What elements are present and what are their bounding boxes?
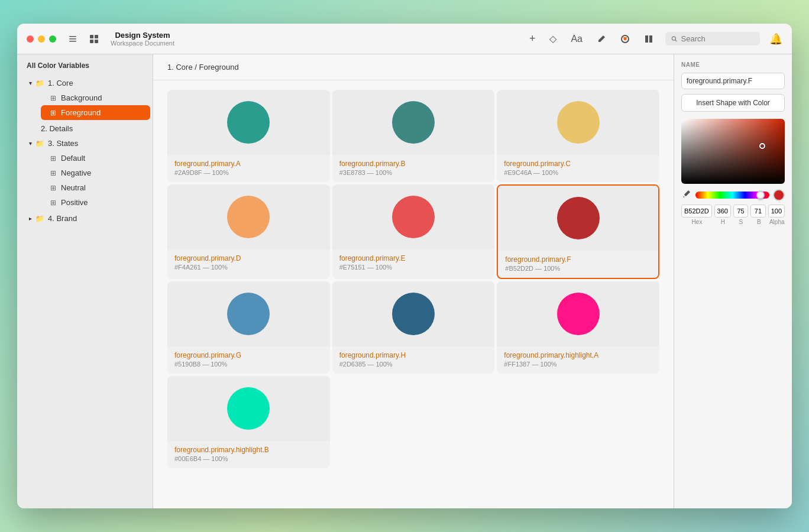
sidebar-item-default[interactable]: ⊞ Default — [41, 151, 150, 166]
negative-label: Negative — [61, 168, 91, 177]
sidebar-toggle-icon[interactable] — [66, 32, 80, 46]
color-card-highlight_A[interactable]: foreground.primary.highlight.A #FF1387 —… — [497, 281, 659, 374]
search-input[interactable] — [681, 34, 754, 43]
eyedropper-button[interactable] — [681, 189, 692, 201]
grid-view-icon[interactable] — [87, 32, 101, 46]
alpha-value: 100 — [771, 207, 782, 215]
color-name-highlight_B: foreground.primary.highlight.B — [174, 446, 323, 454]
default-label: Default — [61, 154, 85, 163]
color-circle-C — [557, 101, 600, 144]
title-info: Design System Workspace Document — [111, 31, 174, 47]
sidebar: All Color Variables ▾ 📁 1. Core ⊞ Backgr… — [17, 54, 153, 508]
component-icon-neutral: ⊞ — [50, 184, 56, 192]
h-label: H — [715, 219, 731, 225]
name-panel-label: NAME — [681, 61, 785, 68]
color-preview-E — [332, 184, 495, 249]
color-preview-D — [167, 184, 330, 249]
hue-color-end — [773, 189, 785, 201]
sidebar-item-brand[interactable]: ▸ 📁 4. Brand — [20, 211, 150, 226]
b-value-box[interactable]: 71 — [750, 205, 765, 218]
component-icon-fg: ⊞ — [50, 109, 56, 117]
hex-label: Hex — [681, 219, 713, 225]
folder-icon: 📁 — [35, 79, 44, 87]
sidebar-group-brand: ▸ 📁 4. Brand — [17, 211, 153, 226]
font-icon[interactable]: Aa — [568, 31, 585, 47]
color-circle-D — [227, 196, 270, 238]
color-card-highlight_B[interactable]: foreground.primary.highlight.B #00E6B4 —… — [167, 376, 330, 468]
color-gradient-canvas[interactable] — [681, 119, 785, 184]
color-preview-H — [332, 281, 495, 346]
right-panel: NAME Insert Shape with Color — [674, 54, 792, 508]
neutral-label: Neutral — [61, 183, 86, 192]
color-card-E[interactable]: foreground.primary.E #E75151 — 100% — [332, 184, 495, 279]
color-picker-dot[interactable] — [759, 143, 765, 149]
sidebar-item-background[interactable]: ⊞ Background — [41, 90, 150, 105]
color-card-F[interactable]: foreground.primary.F #B52D2D — 100% — [497, 184, 659, 279]
hex-value-box[interactable]: B52D2D — [681, 205, 712, 218]
chevron-down-icon-states: ▾ — [29, 140, 32, 147]
color-name-C: foreground.primary.C — [504, 160, 652, 168]
color-preview-G — [167, 281, 330, 346]
sidebar-item-foreground[interactable]: ⊞ Foreground — [41, 105, 150, 120]
color-icon[interactable] — [618, 32, 632, 46]
insert-shape-button[interactable]: Insert Shape with Color — [681, 94, 785, 112]
color-card-H[interactable]: foreground.primary.H #2D6385 — 100% — [332, 281, 495, 374]
color-grid: foreground.primary.A #2A9D8F — 100% fore… — [153, 80, 674, 478]
s-value-box[interactable]: 75 — [733, 205, 748, 218]
color-circle-highlight_B — [227, 387, 270, 430]
sidebar-item-core[interactable]: ▾ 📁 1. Core — [20, 76, 150, 90]
svg-rect-5 — [90, 40, 93, 43]
color-values-row: B52D2D 360 75 71 100 — [681, 205, 785, 218]
color-name-G: foreground.primary.G — [174, 351, 323, 359]
color-name-input[interactable] — [681, 73, 785, 89]
diamond-icon[interactable]: ◇ — [547, 31, 559, 47]
color-name-highlight_A: foreground.primary.highlight.A — [504, 351, 652, 359]
sidebar-group-core: ▾ 📁 1. Core ⊞ Background ⊞ Foreground — [17, 76, 153, 120]
color-name-F: foreground.primary.F — [505, 255, 651, 264]
sidebar-item-positive[interactable]: ⊞ Positive — [41, 195, 150, 210]
h-value-box[interactable]: 360 — [714, 205, 731, 218]
color-hex-A: #2A9D8F — 100% — [174, 169, 323, 176]
chevron-down-icon: ▾ — [29, 80, 32, 86]
color-card-G[interactable]: foreground.primary.G #5190B8 — 100% — [167, 281, 330, 374]
hue-slider[interactable] — [695, 192, 769, 199]
color-picker: B52D2D 360 75 71 100 Hex — [681, 119, 785, 225]
color-name-B: foreground.primary.B — [339, 160, 488, 168]
add-button[interactable]: + — [527, 30, 538, 47]
app-title: Design System — [115, 31, 170, 40]
h-value: 360 — [717, 207, 728, 215]
maximize-button[interactable] — [49, 35, 56, 43]
color-circle-H — [392, 293, 435, 335]
svg-rect-2 — [69, 41, 76, 42]
b-value: 71 — [755, 207, 762, 215]
color-hex-F: #B52D2D — 100% — [505, 265, 651, 272]
component-icon: ⊞ — [50, 94, 56, 102]
main-layout: All Color Variables ▾ 📁 1. Core ⊞ Backgr… — [17, 54, 792, 508]
alpha-value-box[interactable]: 100 — [768, 205, 785, 218]
notification-icon[interactable]: 🔔 — [769, 33, 782, 46]
sidebar-group-states: ▾ 📁 3. States ⊞ Default ⊞ Negative ⊞ — [17, 136, 153, 210]
hue-thumb[interactable] — [756, 191, 765, 199]
close-button[interactable] — [27, 35, 34, 43]
sidebar-item-states[interactable]: ▾ 📁 3. States — [20, 136, 150, 151]
sidebar-header: All Color Variables — [17, 61, 153, 76]
s-label: S — [733, 219, 749, 225]
sidebar-item-negative[interactable]: ⊞ Negative — [41, 166, 150, 180]
pen-icon[interactable] — [594, 32, 609, 46]
hex-value: B52D2D — [684, 207, 709, 215]
minimize-button[interactable] — [38, 35, 45, 43]
color-card-D[interactable]: foreground.primary.D #F4A261 — 100% — [167, 184, 330, 279]
sidebar-core-label: 1. Core — [48, 79, 73, 87]
color-card-A[interactable]: foreground.primary.A #2A9D8F — 100% — [167, 90, 330, 182]
color-circle-F — [557, 197, 600, 239]
window-controls — [27, 35, 56, 43]
sidebar-item-details[interactable]: 2. Details — [20, 121, 150, 136]
color-card-C[interactable]: foreground.primary.C #E9C46A — 100% — [497, 90, 659, 182]
sidebar-item-neutral[interactable]: ⊞ Neutral — [41, 180, 150, 195]
search-bar[interactable] — [665, 32, 760, 46]
book-icon[interactable] — [642, 32, 656, 46]
color-card-B[interactable]: foreground.primary.B #3E8783 — 100% — [332, 90, 495, 182]
breadcrumb-text: 1. Core / Foreground — [167, 63, 239, 72]
content-area: 1. Core / Foreground foreground.primary.… — [153, 54, 674, 508]
hue-slider-row — [681, 189, 785, 201]
